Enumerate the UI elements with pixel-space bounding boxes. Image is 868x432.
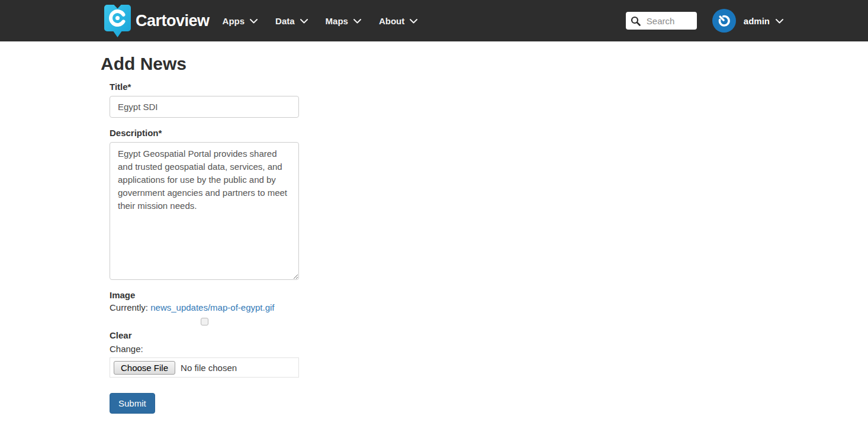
chevron-down-icon [410, 19, 417, 24]
search-input[interactable] [645, 15, 693, 27]
nav-item-data[interactable]: Data [275, 16, 308, 26]
nav-item-label: Maps [326, 16, 348, 26]
brand-name: Cartoview [136, 12, 210, 30]
nav-item-apps[interactable]: Apps [223, 16, 258, 26]
nav-item-label: Apps [223, 16, 245, 26]
avatar[interactable] [712, 9, 736, 33]
description-textarea[interactable]: Egypt Geospatial Portal provides shared … [110, 142, 299, 280]
clear-checkbox-row [110, 316, 299, 327]
choose-file-button[interactable]: Choose File [114, 361, 175, 375]
nav-item-maps[interactable]: Maps [326, 16, 361, 26]
power-icon [716, 13, 732, 28]
navbar-right: admin [626, 9, 783, 33]
image-label: Image [110, 290, 299, 300]
add-news-form: Title* Description* Egypt Geospatial Por… [110, 82, 299, 414]
main-nav: Apps Data Maps About [223, 16, 436, 26]
image-field-group: Image Currently: news_updates/map-of-egy… [110, 290, 299, 378]
no-file-chosen-text: No file chosen [181, 363, 237, 373]
change-label: Change: [110, 344, 299, 354]
currently-label: Currently: [110, 302, 148, 312]
chevron-down-icon [776, 19, 783, 24]
nav-item-label: About [379, 16, 404, 26]
chevron-down-icon [250, 19, 258, 24]
page-title: Add News [101, 54, 868, 74]
main-content: Add News Title* Description* Egypt Geosp… [0, 41, 868, 414]
search-icon [631, 16, 641, 26]
nav-item-about[interactable]: About [379, 16, 417, 26]
currently-row: Currently: news_updates/map-of-egypt.gif [110, 302, 299, 312]
nav-item-label: Data [275, 16, 295, 26]
current-image-link[interactable]: news_updates/map-of-egypt.gif [150, 302, 274, 312]
chevron-down-icon [353, 19, 361, 24]
submit-button[interactable]: Submit [110, 393, 155, 414]
clear-label: Clear [110, 330, 299, 340]
clear-image-checkbox[interactable] [201, 318, 208, 325]
navbar: Cartoview Apps Data Maps About [0, 0, 868, 41]
title-input[interactable] [110, 96, 299, 118]
cartoview-logo-icon [104, 4, 131, 38]
chevron-down-icon [300, 19, 308, 24]
title-field-group: Title* [110, 82, 299, 118]
user-name: admin [744, 16, 770, 26]
file-upload-widget: Choose File No file chosen [110, 357, 299, 378]
description-label: Description* [110, 128, 299, 138]
title-label: Title* [110, 82, 299, 92]
user-menu[interactable]: admin [744, 16, 783, 26]
brand-logo-link[interactable]: Cartoview [104, 3, 210, 38]
description-field-group: Description* Egypt Geospatial Portal pro… [110, 128, 299, 280]
search-box [626, 12, 697, 30]
